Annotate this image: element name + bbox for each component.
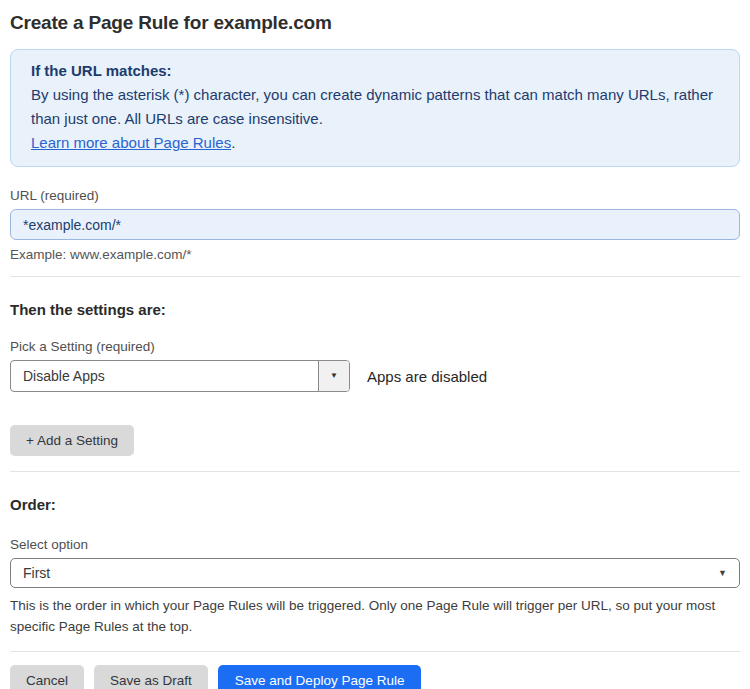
url-match-info-box: If the URL matches: By using the asteris… <box>10 49 740 167</box>
order-select[interactable]: First ▼ <box>10 558 740 588</box>
setting-select[interactable]: Disable Apps ▼ <box>10 360 350 392</box>
section-divider <box>10 276 740 277</box>
caret-down-icon: ▼ <box>718 569 727 578</box>
link-suffix: . <box>231 134 235 151</box>
order-helper-text: This is the order in which your Page Rul… <box>10 595 740 637</box>
settings-section-heading: Then the settings are: <box>10 301 740 318</box>
info-box-heading: If the URL matches: <box>31 59 719 83</box>
url-field-label: URL (required) <box>10 188 740 203</box>
cancel-button[interactable]: Cancel <box>10 665 84 689</box>
url-input[interactable] <box>10 209 740 240</box>
order-select-label: Select option <box>10 537 740 552</box>
learn-more-link[interactable]: Learn more about Page Rules <box>31 134 231 151</box>
setting-select-value: Disable Apps <box>11 361 318 391</box>
setting-row: Disable Apps ▼ Apps are disabled <box>10 360 740 392</box>
order-select-value: First <box>23 565 50 581</box>
section-divider <box>10 471 740 472</box>
page-title: Create a Page Rule for example.com <box>10 12 740 34</box>
page-rule-form: Create a Page Rule for example.com If th… <box>0 12 750 689</box>
footer-divider <box>10 651 740 652</box>
order-section-heading: Order: <box>10 496 740 513</box>
info-box-body-text: By using the asterisk (*) character, you… <box>31 86 713 127</box>
pick-setting-label: Pick a Setting (required) <box>10 339 740 354</box>
url-field-helper: Example: www.example.com/* <box>10 247 740 262</box>
info-box-body: By using the asterisk (*) character, you… <box>31 83 719 155</box>
save-as-draft-button[interactable]: Save as Draft <box>94 665 208 689</box>
save-and-deploy-button[interactable]: Save and Deploy Page Rule <box>218 665 422 689</box>
footer-actions: Cancel Save as Draft Save and Deploy Pag… <box>10 665 740 689</box>
caret-down-icon: ▼ <box>330 372 338 380</box>
setting-status-text: Apps are disabled <box>367 368 487 385</box>
add-setting-button[interactable]: + Add a Setting <box>10 425 134 456</box>
setting-select-arrow-button[interactable]: ▼ <box>318 361 349 391</box>
